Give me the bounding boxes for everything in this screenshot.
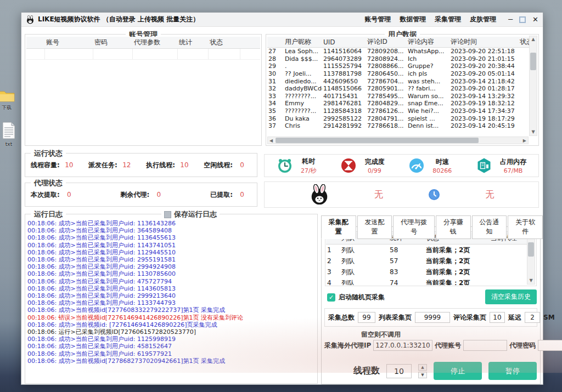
- config-tab[interactable]: 代理与拨号: [393, 215, 435, 239]
- proxy-none-right: 无: [485, 189, 494, 201]
- idle-threads-label: 空闲线程:: [204, 161, 233, 170]
- elapsed-value: 27/秒: [301, 167, 317, 175]
- delay-input[interactable]: [525, 312, 540, 323]
- checkbox-checked-icon[interactable]: ✓: [327, 293, 335, 302]
- vertical-scrollbar[interactable]: ▲ ▼: [527, 233, 535, 285]
- scrollbar-thumb[interactable]: [276, 138, 479, 143]
- table-row[interactable]: 29 . 1115525794 72808866... Gruppe? 2023…: [267, 63, 529, 70]
- comment-pages-input[interactable]: [490, 312, 505, 323]
- menu-item[interactable]: 账号管理: [364, 15, 391, 24]
- config-tabs: 采集配置发送配置代理与拨号分享赚钱公告通知关于软件: [321, 215, 543, 239]
- table-row[interactable]: 35 ????????... 1128584318 72786126... Wi…: [267, 107, 529, 115]
- thread-count-stepper[interactable]: ▲ ▼: [418, 364, 427, 378]
- scrollbar-thumb[interactable]: [530, 53, 536, 70]
- maximize-button[interactable]: [519, 16, 526, 23]
- horizontal-scrollbar[interactable]: ◀ ▶: [267, 137, 529, 144]
- close-button[interactable]: ✕: [532, 16, 538, 23]
- desktop-icon-label: txt: [0, 141, 20, 147]
- config-tab[interactable]: 分享赚钱: [436, 215, 471, 239]
- col-uid: UID: [322, 38, 366, 46]
- progress-label: 完成度: [364, 157, 384, 167]
- desktop-icon-download[interactable]: 下载: [0, 89, 18, 111]
- overseas-proxy-label: 采集海外代理IP: [324, 341, 371, 350]
- memory-icon: [476, 157, 492, 174]
- table-row[interactable]: 4 列队 74 当前采集；2页: [326, 277, 527, 285]
- config-tab[interactable]: 采集配置: [321, 215, 356, 239]
- overseas-proxy-row: 采集海外代理IP 代理账号 代理密码: [324, 340, 538, 351]
- scroll-down-icon[interactable]: ▼: [531, 129, 535, 135]
- stop-button[interactable]: 停止: [434, 362, 482, 380]
- pause-button[interactable]: 暂停: [488, 362, 537, 380]
- text-file-icon: [2, 122, 16, 139]
- comment-pages-label: 评论采集页: [453, 313, 486, 322]
- proxy-account-input[interactable]: [463, 340, 507, 351]
- extracted-now-label: 本次提取:: [31, 190, 60, 200]
- desktop-icon-txt[interactable]: txt: [0, 122, 20, 147]
- col-comment-content: 评论内容: [407, 37, 449, 47]
- save-log-checkbox[interactable]: 保存运行日志: [161, 209, 220, 219]
- rabbit-logo-icon: [309, 184, 330, 205]
- table-row[interactable]: 31 diediedo... 442609650 72786704... was…: [267, 77, 529, 85]
- thread-count-input[interactable]: [386, 364, 412, 378]
- table-row[interactable]: 34 Emmy 2981476281 72804829... snap Eme.…: [267, 100, 529, 107]
- proxy-password-input[interactable]: [538, 340, 562, 351]
- menu-item[interactable]: 采集管理: [435, 15, 461, 24]
- col-password: 密码: [93, 38, 133, 47]
- thread-control-row: 线程数 ▲ ▼ 停止 暂停: [322, 362, 537, 380]
- vertical-scrollbar[interactable]: ▲ ▼: [529, 36, 537, 136]
- minimize-button[interactable]: ─: [508, 16, 513, 23]
- config-tab[interactable]: 发送配置: [357, 215, 392, 239]
- table-row[interactable]: 32 daddyBWCdom 1148515066 72805901... ??…: [267, 85, 529, 93]
- dispatched-tasks-label: 派发任务:: [88, 161, 117, 170]
- log-line: 00:18:06: 错误>当前视频id[7276146941426890226]…: [27, 314, 315, 321]
- log-line: 00:18:06: 成功>当前已采集到用户uid: 1133744793: [27, 299, 315, 306]
- clear-history-button[interactable]: 清空采集历史: [485, 289, 537, 304]
- scroll-up-icon[interactable]: ▲: [531, 36, 535, 43]
- speedometer-icon: [408, 157, 425, 174]
- table-row[interactable]: 37 Chris 2914281992 72786618... Denn ist…: [267, 122, 529, 130]
- menu-item[interactable]: 数据管理: [400, 15, 426, 24]
- log-line: 00:18:06: 成功>当前已采集到用户uid: 1136455613: [27, 234, 315, 241]
- table-row[interactable]: 33 ????????... 401715431 72785495... War…: [267, 93, 529, 100]
- table-row[interactable]: 3 列队 83 当前采集；2页: [326, 266, 527, 277]
- proxy-info-bar: 无 无: [264, 181, 539, 208]
- scrollbar-thumb[interactable]: [528, 242, 534, 257]
- config-tab[interactable]: 公告通知: [472, 215, 507, 239]
- menu-item[interactable]: 皮肤管理: [470, 15, 496, 24]
- log-line: 00:18:06: 成功>当前视频id: [727614694142689022…: [27, 321, 315, 328]
- spin-up-icon[interactable]: ▲: [418, 364, 427, 371]
- table-row[interactable]: 27 Lea Soph... 1141516064 72809208... Wh…: [267, 48, 529, 55]
- collect-total-input[interactable]: [358, 312, 375, 323]
- speed-label: 时速: [432, 157, 452, 167]
- queue-table: 列队 统计 状态 当前代理 1 列队 58: [325, 231, 537, 286]
- scroll-left-icon[interactable]: ◀: [268, 138, 274, 143]
- config-tab[interactable]: 关于软件: [508, 215, 543, 239]
- save-log-label: 保存运行日志: [174, 209, 217, 219]
- clock-icon: [277, 157, 293, 174]
- run-status-title: 运行状态: [31, 149, 66, 158]
- checkbox-unchecked-icon[interactable]: [164, 211, 171, 218]
- table-row[interactable]: 2 列队 57 当前采集；2页: [326, 255, 527, 266]
- scroll-down-icon[interactable]: ▼: [529, 277, 532, 284]
- titlebar[interactable]: LIKE短视频协议软件 （自动登录 上传视频 批量关注） 账号管理数据管理采集管…: [21, 13, 543, 27]
- log-line: 00:18:06: 成功>当前已采集到用户uid: 1143605813: [27, 285, 315, 292]
- log-line: 00:18:06: 成功>当前已采集到用户uid: 475727794: [27, 278, 315, 285]
- leave-blank-hint: 留空则不调用: [361, 330, 401, 339]
- table-row[interactable]: 28 Dida $$$... 2964073289 72808924... Ic…: [267, 55, 529, 63]
- scroll-right-icon[interactable]: ▶: [521, 138, 528, 143]
- table-row[interactable]: 1 列队 58 当前采集；2页: [326, 245, 527, 255]
- list-pages-input[interactable]: [415, 312, 450, 323]
- table-row[interactable]: 36 Du kaka 2992585122 72804791... spiels…: [267, 115, 529, 122]
- log-line: 00:18:06: 成功>当前已采集到用户uid: 1130785600: [27, 270, 315, 277]
- account-table-header: 账号 密码 代理参数 统计 状态: [26, 37, 260, 49]
- random-page-checkbox[interactable]: ✓ 启动随机页采集: [327, 293, 385, 302]
- memory-label: 占用内存: [500, 157, 526, 167]
- desktop-background: 下载 txt LIKE短视频协议软件 （自动登录 上传视频 批量关注） 账号管理…: [0, 0, 562, 392]
- col-status: 状态: [519, 37, 529, 47]
- table-row[interactable]: 30 ?? Joeli... 1137881798 72806450... ic…: [267, 70, 529, 78]
- col-comment-time: 评论时间: [449, 37, 519, 47]
- overseas-proxy-input[interactable]: [373, 340, 432, 351]
- spin-down-icon[interactable]: ▼: [418, 372, 427, 378]
- speed-stat: 时速80266: [408, 157, 452, 174]
- folder-icon: [0, 89, 15, 102]
